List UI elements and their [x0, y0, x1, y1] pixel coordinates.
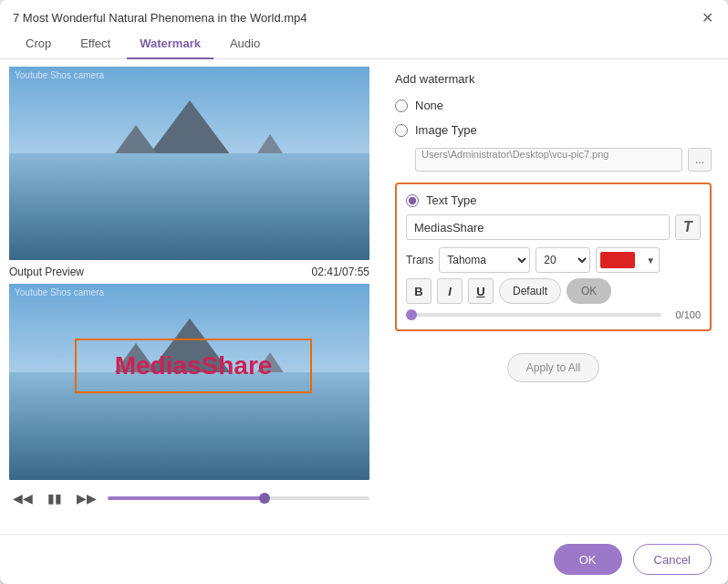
text-input-row: T	[406, 214, 701, 240]
video-panel: Youtube Shos camera Output Preview 02:41…	[0, 59, 379, 534]
file-path-row: Users\Administrator\Desktop\vcu-pic7.png…	[415, 148, 712, 172]
file-path-display: Users\Administrator\Desktop\vcu-pic7.png	[415, 148, 682, 172]
text-type-label: Text Type	[426, 193, 476, 207]
watermark-overlay-preview[interactable]: MediasShare	[75, 339, 312, 393]
transparency-slider[interactable]	[406, 313, 661, 317]
text-type-box: Text Type T Trans Tahoma Arial Times New…	[395, 182, 712, 331]
tab-watermark[interactable]: Watermark	[127, 31, 213, 59]
tab-crop[interactable]: Crop	[13, 31, 64, 59]
none-label: None	[415, 99, 443, 112]
bottom-video-label: Youtube Shos camera	[15, 287, 104, 297]
close-button[interactable]: ✕	[699, 9, 715, 26]
none-radio[interactable]	[395, 99, 408, 112]
underline-button[interactable]: U	[468, 278, 494, 304]
image-type-label: Image Type	[415, 123, 477, 137]
transparency-label: Trans	[406, 254, 433, 266]
progress-bar[interactable]	[108, 496, 369, 500]
default-button[interactable]: Default	[499, 278, 561, 304]
cancel-button[interactable]: Cancel	[633, 544, 712, 575]
transparency-value: 0/100	[669, 309, 701, 320]
italic-button[interactable]: I	[437, 278, 463, 304]
bottom-video-preview: Youtube Shos camera MediasShare	[9, 284, 369, 480]
bold-button[interactable]: B	[406, 278, 432, 304]
bottom-bar: OK Cancel	[0, 534, 728, 584]
progress-thumb	[259, 493, 270, 504]
none-radio-row: None	[395, 99, 712, 112]
forward-button[interactable]: ▶▶	[73, 489, 100, 507]
main-window: 7 Most Wonderful Natural Phenomena in th…	[0, 0, 728, 584]
text-type-header: Text Type	[406, 193, 701, 207]
image-type-radio-row: Image Type	[395, 123, 712, 137]
font-size-select[interactable]: 12 14 16 18 20 24	[536, 247, 590, 273]
tab-audio[interactable]: Audio	[217, 31, 273, 59]
browse-button[interactable]: ...	[688, 148, 712, 172]
main-content: Youtube Shos camera Output Preview 02:41…	[0, 59, 728, 534]
color-picker-button[interactable]: ▼	[596, 247, 660, 273]
title-bar: 7 Most Wonderful Natural Phenomena in th…	[0, 0, 728, 31]
apply-to-all-button[interactable]: Apply to All	[507, 353, 599, 382]
window-title: 7 Most Wonderful Natural Phenomena in th…	[13, 11, 307, 25]
right-panel: Add watermark None Image Type Users\Admi…	[379, 59, 728, 534]
output-preview-label: Output Preview	[9, 266, 84, 278]
font-family-select[interactable]: Tahoma Arial Times New Roman Verdana	[439, 247, 530, 273]
tab-bar: Crop Effect Watermark Audio	[0, 31, 728, 59]
pause-button[interactable]: ▮▮	[44, 489, 66, 507]
top-video-preview: Youtube Shos camera	[9, 67, 369, 260]
watermark-section-title: Add watermark	[395, 72, 712, 86]
progress-fill	[108, 496, 265, 500]
color-arrow-icon: ▼	[646, 256, 655, 266]
watermark-text-input[interactable]	[406, 214, 670, 240]
style-buttons-row: B I U Default OK	[406, 278, 701, 304]
ok-button[interactable]: OK	[554, 544, 622, 575]
color-swatch	[600, 252, 635, 268]
rewind-button[interactable]: ◀◀	[9, 489, 36, 507]
player-controls: ◀◀ ▮▮ ▶▶	[9, 484, 369, 509]
text-type-radio[interactable]	[406, 194, 419, 207]
tab-effect[interactable]: Effect	[68, 31, 123, 59]
font-icon: T	[683, 219, 692, 235]
transparency-slider-row: 0/100	[406, 309, 701, 320]
top-scene	[9, 67, 369, 260]
top-video-label: Youtube Shos camera	[15, 70, 104, 80]
watermark-preview-text: MediasShare	[115, 351, 273, 381]
font-row: Trans Tahoma Arial Times New Roman Verda…	[406, 247, 701, 273]
time-display: 02:41/07:55	[312, 266, 369, 278]
font-style-button[interactable]: T	[675, 214, 701, 240]
water-bg	[9, 153, 369, 260]
ok-small-button[interactable]: OK	[567, 278, 611, 304]
image-type-radio[interactable]	[395, 124, 408, 137]
output-preview-header: Output Preview 02:41/07:55	[9, 264, 369, 280]
